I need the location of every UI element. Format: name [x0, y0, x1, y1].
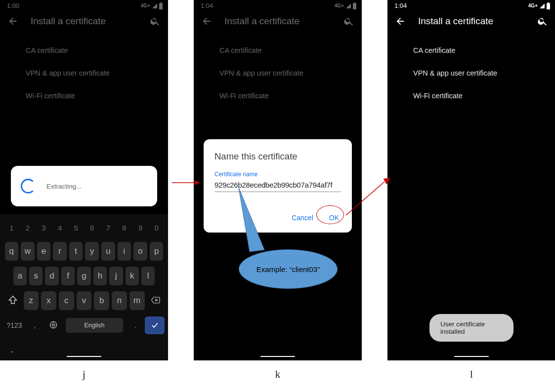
nav-handle[interactable]: [260, 356, 295, 357]
key-w[interactable]: w: [21, 242, 35, 261]
key-a[interactable]: a: [13, 267, 27, 285]
name-certificate-dialog: Name this certificate Certificate name C…: [204, 139, 352, 233]
signal-icon: [151, 3, 158, 9]
key-5[interactable]: 5: [68, 224, 84, 232]
app-bar: Install a certificate: [0, 10, 168, 34]
key-i[interactable]: i: [118, 242, 131, 261]
key-e[interactable]: e: [37, 242, 51, 261]
menu-list: CA certificate VPN & app user certificat…: [194, 34, 362, 107]
key-globe[interactable]: [44, 316, 63, 335]
back-button[interactable]: [394, 15, 406, 27]
app-bar: Install a certificate: [194, 10, 362, 34]
key-language[interactable]: English: [66, 318, 123, 333]
network-label: 4G+: [335, 3, 344, 8]
key-u[interactable]: u: [101, 242, 115, 261]
key-8[interactable]: 8: [116, 224, 132, 232]
search-button[interactable]: [343, 15, 355, 27]
menu-item-vpn[interactable]: VPN & app user certificate: [0, 62, 168, 84]
status-bar: 1:04 4G+: [194, 0, 362, 10]
key-t[interactable]: t: [69, 242, 83, 261]
key-h[interactable]: h: [93, 267, 107, 285]
key-shift[interactable]: [3, 291, 22, 311]
caption-l: l: [387, 368, 555, 381]
page-title: Install a certificate: [31, 16, 137, 27]
nav-handle[interactable]: [67, 356, 101, 357]
spinner-icon: [21, 179, 36, 194]
phone-screenshot-j: 1:00 4G+ Install a certificate CA certif…: [0, 0, 168, 360]
status-time: 1:00: [7, 2, 19, 9]
key-r[interactable]: r: [53, 242, 67, 261]
certificate-name-input[interactable]: [214, 179, 341, 192]
key-period[interactable]: .: [126, 317, 145, 333]
ok-button[interactable]: OK: [327, 211, 341, 225]
caption-k: k: [194, 368, 362, 381]
menu-list: CA certificate VPN & app user certificat…: [0, 34, 168, 107]
key-2[interactable]: 2: [20, 224, 36, 232]
key-z[interactable]: z: [24, 291, 39, 310]
key-k[interactable]: k: [126, 267, 139, 285]
extracting-label: Extracting...: [46, 183, 82, 190]
network-label: 4G+: [141, 3, 150, 8]
key-9[interactable]: 9: [132, 224, 149, 232]
key-6[interactable]: 6: [84, 224, 100, 232]
key-4[interactable]: 4: [52, 224, 68, 232]
key-7[interactable]: 7: [100, 224, 117, 232]
status-right: 4G+: [528, 2, 551, 9]
back-button[interactable]: [201, 15, 213, 27]
key-q[interactable]: q: [5, 242, 19, 261]
dialog-field-label: Certificate name: [214, 171, 341, 178]
signal-icon: [539, 3, 546, 9]
app-bar: Install a certificate: [387, 10, 555, 34]
key-o[interactable]: o: [133, 242, 147, 261]
menu-item-ca[interactable]: CA certificate: [0, 39, 168, 62]
on-screen-keyboard[interactable]: 1234567890 qwertyuiop asdfghjkl zxcvbnm …: [0, 214, 168, 360]
key-3[interactable]: 3: [36, 224, 52, 232]
dialog-title: Name this certificate: [214, 151, 341, 162]
key-backspace[interactable]: [146, 292, 165, 310]
menu-item-vpn[interactable]: VPN & app user certificate: [387, 62, 555, 84]
key-p[interactable]: p: [150, 242, 164, 261]
menu-item-vpn[interactable]: VPN & app user certificate: [194, 62, 362, 84]
key-b[interactable]: b: [94, 291, 109, 310]
key-j[interactable]: j: [109, 267, 123, 285]
search-button[interactable]: [537, 15, 549, 27]
menu-item-wifi[interactable]: Wi-Fi certificate: [0, 84, 168, 107]
status-right: 4G+: [141, 2, 163, 9]
menu-item-ca[interactable]: CA certificate: [387, 39, 555, 62]
key-f[interactable]: f: [61, 267, 75, 285]
key-c[interactable]: c: [59, 291, 74, 310]
extracting-dialog: Extracting...: [11, 166, 157, 206]
key-y[interactable]: y: [85, 242, 99, 261]
menu-item-wifi[interactable]: Wi-Fi certificate: [387, 84, 555, 107]
phone-screenshot-l: 1:04 4G+ Install a certificate CA certif…: [387, 0, 555, 360]
battery-icon: [546, 2, 551, 9]
key-0[interactable]: 0: [148, 224, 165, 232]
key-comma[interactable]: ,: [25, 317, 44, 333]
key-l[interactable]: l: [141, 267, 155, 285]
nav-handle[interactable]: [454, 356, 489, 357]
battery-icon: [352, 2, 357, 9]
search-button[interactable]: [149, 15, 161, 27]
menu-item-ca[interactable]: CA certificate: [194, 39, 362, 62]
menu-item-wifi[interactable]: Wi-Fi certificate: [194, 84, 362, 107]
keyboard-collapse-icon[interactable]: [9, 348, 16, 356]
key-n[interactable]: n: [112, 291, 127, 310]
key-v[interactable]: v: [77, 291, 92, 310]
key-x[interactable]: x: [41, 291, 56, 310]
key-m[interactable]: m: [129, 291, 145, 310]
cancel-button[interactable]: Cancel: [290, 211, 315, 225]
key-1[interactable]: 1: [3, 224, 20, 232]
page-title: Install a certificate: [418, 16, 525, 27]
page-title: Install a certificate: [224, 16, 331, 27]
key-enter[interactable]: [145, 316, 165, 334]
key-g[interactable]: g: [77, 267, 90, 285]
battery-icon: [159, 2, 163, 9]
key-d[interactable]: d: [45, 267, 58, 285]
key-s[interactable]: s: [29, 267, 43, 285]
back-button[interactable]: [7, 15, 19, 27]
network-label: 4G+: [528, 3, 538, 8]
caption-j: j: [0, 368, 168, 381]
status-time: 1:04: [201, 2, 213, 9]
status-bar: 1:00 4G+: [0, 0, 168, 10]
key-symbols[interactable]: ?123: [3, 317, 25, 333]
